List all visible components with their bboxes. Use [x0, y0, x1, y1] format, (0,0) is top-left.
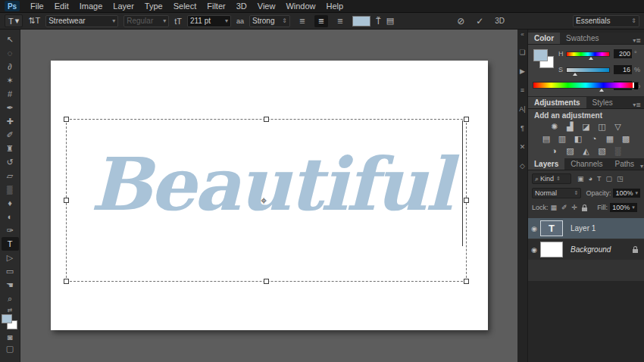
character-panel-icon[interactable]: A|	[519, 99, 525, 118]
hand-tool[interactable]: ☚	[2, 278, 19, 292]
selective-color-icon[interactable]: ▧	[597, 146, 608, 156]
font-family-select[interactable]: Streetwear ▾	[45, 15, 118, 27]
type-tool[interactable]: T	[2, 237, 19, 251]
selection-handle[interactable]	[264, 279, 269, 284]
menu-layer[interactable]: Layer	[113, 2, 134, 11]
align-center-button[interactable]: ≣	[314, 15, 328, 27]
brush-tool[interactable]: ✐	[2, 128, 19, 142]
selection-handle[interactable]	[464, 279, 469, 284]
history-brush-tool[interactable]: ↺	[2, 155, 19, 169]
menu-image[interactable]: Image	[80, 2, 103, 11]
layer-1-name[interactable]: Layer 1	[571, 224, 596, 232]
zoom-tool[interactable]: ⌕	[2, 292, 19, 305]
blur-tool[interactable]: ♦	[2, 196, 19, 210]
panel-foreground-swatch[interactable]	[533, 49, 548, 61]
expand-panels-icon[interactable]: «	[521, 31, 524, 38]
saturation-slider[interactable]	[566, 67, 610, 73]
visibility-eye-icon[interactable]: ◉	[528, 225, 540, 232]
magic-wand-tool[interactable]: ✶	[2, 73, 19, 87]
background-thumbnail[interactable]	[540, 242, 563, 257]
threshold-icon[interactable]: ◭	[581, 146, 592, 156]
menu-filter[interactable]: Filter	[207, 2, 225, 11]
curves-icon[interactable]: ◪	[581, 122, 592, 132]
warp-text-icon[interactable]: T̃	[376, 17, 381, 26]
posterize-icon[interactable]: ▨	[565, 146, 576, 156]
text-color-swatch[interactable]	[352, 16, 370, 27]
dodge-tool[interactable]: ◐	[2, 210, 19, 223]
tab-paths[interactable]: Paths	[609, 158, 641, 170]
paragraph-panel-icon[interactable]: ¶	[521, 118, 524, 137]
quick-mask-button[interactable]: ◙	[8, 332, 13, 342]
eraser-tool[interactable]: ▱	[2, 169, 19, 183]
hue-slider[interactable]	[566, 51, 610, 57]
eyedropper-tool[interactable]: ✒	[2, 101, 19, 114]
layer-row-background[interactable]: ◉ Background	[528, 239, 644, 260]
foreground-color-swatch[interactable]	[2, 314, 12, 323]
black-white-icon[interactable]: ◧	[573, 134, 583, 144]
color-spectrum-ramp[interactable]	[533, 82, 639, 89]
layer-1-thumbnail[interactable]: T	[540, 220, 563, 236]
saturation-value[interactable]: 16	[614, 65, 632, 74]
selection-handle[interactable]	[264, 117, 269, 122]
text-orientation-icon[interactable]: ⇅T	[28, 16, 40, 26]
panel-menu-icon[interactable]: ▾≣	[640, 163, 644, 170]
type-tool-preset-icon[interactable]: T ▾	[5, 14, 23, 27]
anti-alias-select[interactable]: Strong ⇕	[249, 15, 290, 27]
lock-move-icon[interactable]: ✛	[572, 204, 578, 211]
hue-slider-marker[interactable]	[589, 57, 593, 60]
levels-icon[interactable]: ▟	[565, 122, 576, 132]
path-selection-tool[interactable]: ▷	[2, 251, 19, 264]
selection-handle[interactable]	[464, 198, 469, 203]
selection-handle[interactable]	[464, 117, 469, 122]
tool-presets-panel-icon[interactable]: ✕	[520, 137, 526, 156]
menu-3d[interactable]: 3D	[236, 2, 247, 11]
align-right-button[interactable]: ≣	[333, 15, 347, 27]
menu-view[interactable]: View	[258, 2, 276, 11]
menu-help[interactable]: Help	[327, 2, 344, 11]
actions-panel-icon[interactable]: ▶	[520, 61, 525, 80]
tab-adjustments[interactable]: Adjustments	[528, 97, 586, 108]
tab-layers[interactable]: Layers	[528, 158, 564, 170]
lasso-tool[interactable]: ∂	[2, 60, 19, 73]
hue-saturation-icon[interactable]: ▤	[541, 134, 552, 144]
saturation-slider-marker[interactable]	[573, 73, 577, 76]
screen-mode-button[interactable]: ▢	[6, 344, 14, 354]
font-style-select[interactable]: Regular ▾	[123, 15, 169, 27]
commit-edits-button[interactable]: ✓	[476, 16, 483, 27]
move-tool[interactable]: ↖	[2, 33, 19, 46]
healing-brush-tool[interactable]: ✚	[2, 114, 19, 128]
menu-type[interactable]: Type	[145, 2, 163, 11]
blend-mode-select[interactable]: Normal ⇕	[532, 188, 581, 198]
tab-swatches[interactable]: Swatches	[560, 33, 605, 44]
toggle-panels-icon[interactable]: ▤	[386, 16, 394, 26]
shape-tool[interactable]: ▭	[2, 264, 19, 278]
tab-channels[interactable]: Channels	[564, 158, 608, 170]
selection-handle[interactable]	[64, 279, 69, 284]
properties-panel-icon[interactable]: ≡	[521, 80, 524, 99]
color-lookup-icon[interactable]: ▩	[621, 134, 631, 144]
clone-stamp-tool[interactable]: ♜	[2, 142, 19, 155]
invert-icon[interactable]: ◑	[549, 146, 560, 156]
menu-select[interactable]: Select	[174, 2, 197, 11]
menu-edit[interactable]: Edit	[55, 2, 69, 11]
3d-button[interactable]: 3D	[495, 17, 505, 25]
selection-handle[interactable]	[64, 117, 69, 122]
visibility-eye-icon[interactable]: ◉	[528, 246, 540, 254]
layer-filter-select[interactable]: ⌕ Kind ⇕	[532, 173, 571, 184]
filter-type-layers-icon[interactable]: T	[597, 175, 602, 183]
tab-styles[interactable]: Styles	[586, 97, 619, 108]
filter-smart-objects-icon[interactable]: ◳	[617, 175, 624, 183]
workspace-select[interactable]: Essentials ⇕	[573, 15, 639, 27]
menu-file[interactable]: File	[30, 2, 44, 11]
panel-menu-icon[interactable]: ▾≣	[633, 101, 644, 108]
panel-menu-icon[interactable]: ▾≣	[633, 37, 644, 44]
opacity-field[interactable]: 100% ▾	[613, 189, 640, 198]
brightness-slider-marker[interactable]	[599, 89, 604, 92]
history-panel-icon[interactable]: ❏	[519, 42, 525, 61]
align-left-button[interactable]: ≣	[295, 15, 309, 27]
3d-panel-icon[interactable]: ◇	[520, 156, 525, 175]
tab-color[interactable]: Color	[528, 33, 560, 44]
filter-shape-layers-icon[interactable]: ▢	[605, 175, 612, 183]
background-name[interactable]: Background	[571, 245, 611, 254]
vibrance-icon[interactable]: ▽	[613, 122, 624, 132]
